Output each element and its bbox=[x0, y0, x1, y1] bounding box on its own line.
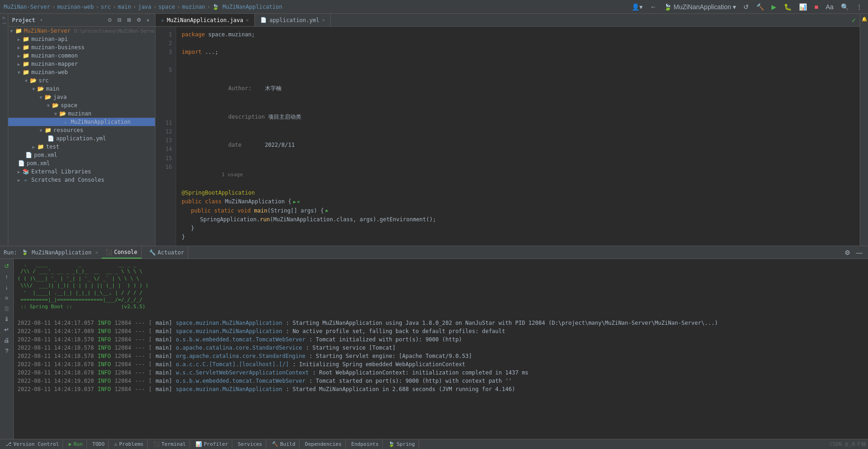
editor-area: ☕ MuZiNanApplication.java ✕ 📄 applicatio… bbox=[155, 14, 860, 246]
search-everywhere-button[interactable]: 🔍 bbox=[839, 2, 851, 12]
breadcrumb-app[interactable]: 🍃 MuZiNanApplication bbox=[212, 4, 282, 10]
help-console-button[interactable]: ? bbox=[4, 346, 9, 355]
tree-muzinan-web[interactable]: ▼ 📁 muzinan-web bbox=[8, 68, 155, 76]
main-area: P L Project ▾ ⊙ ⊟ ⊞ ⚙ × ▼ 📁 MuZiNan-Serv… bbox=[0, 14, 868, 246]
run-app-name: MuZiNanApplication bbox=[32, 249, 92, 256]
breadcrumb-space[interactable]: space bbox=[158, 4, 175, 10]
scroll-up-button[interactable]: ↑ bbox=[4, 272, 9, 281]
code-content[interactable]: package space.muzinan; import ...; Auth bbox=[176, 27, 860, 246]
run-settings-button[interactable]: ⚙ bbox=[843, 248, 852, 257]
tree-external-libs[interactable]: ▶ 📚 External Libraries bbox=[8, 167, 155, 176]
tree-src[interactable]: ▼ 📂 src bbox=[8, 76, 155, 85]
bottom-tab-dependencies[interactable]: Dependencies bbox=[301, 439, 345, 449]
bottom-tab-problems[interactable]: ⚠ Problems bbox=[110, 439, 148, 449]
run-tab-actuator[interactable]: 🔧 Actuator bbox=[145, 246, 189, 259]
code-usage: 1 usage bbox=[182, 160, 854, 189]
breadcrumb-src[interactable]: src bbox=[101, 4, 111, 10]
checkmark-icon: ✓ bbox=[851, 16, 856, 24]
coverage-button[interactable]: 📊 bbox=[797, 2, 809, 12]
breadcrumb-server[interactable]: MuZiNan-Server bbox=[4, 4, 50, 10]
right-icons: 🔔 bbox=[860, 14, 868, 246]
bottom-tab-terminal[interactable]: ⬛ Terminal bbox=[149, 439, 190, 449]
scroll-lock-button[interactable]: ⇓ bbox=[3, 315, 10, 323]
breadcrumb-web[interactable]: muzinan-web bbox=[57, 4, 93, 10]
leetcode-icon[interactable]: L bbox=[1, 21, 7, 25]
soft-wrap-button[interactable]: ↵ bbox=[3, 325, 10, 334]
run-close-icon[interactable]: ✕ bbox=[95, 250, 98, 255]
tree-muzinan-business[interactable]: ▶ 📁 muzinan-business bbox=[8, 43, 155, 52]
breadcrumb-muzinan[interactable]: muzinan bbox=[182, 4, 206, 10]
log-line-9: 2022-08-11 14:24:19.037 INFO 12084 --- [… bbox=[17, 385, 864, 393]
code-line-12: public class MuZiNanApplication { ▶ ≡ bbox=[182, 197, 854, 206]
project-icon[interactable]: P bbox=[1, 16, 7, 20]
tree-root[interactable]: ▼ 📁 MuZiNan-Server D:\project\many\MuZiN… bbox=[8, 27, 155, 35]
tab-muzinan-app[interactable]: ☕ MuZiNanApplication.java ✕ bbox=[155, 14, 255, 26]
log-line-1: 2022-08-11 14:24:17.057 INFO 12084 --- [… bbox=[17, 319, 864, 327]
bottom-tab-endpoints[interactable]: Endpoints bbox=[348, 439, 383, 449]
bottom-tab-build[interactable]: 🔨 Build bbox=[268, 439, 299, 449]
code-line-3: import ...; bbox=[182, 48, 854, 57]
bottom-tab-profiler[interactable]: 📊 Profiler bbox=[192, 439, 232, 449]
breadcrumb-java[interactable]: java bbox=[138, 4, 151, 10]
console-output[interactable]: . ____ _ __ _ _ /\\ / ___'_ __ _ _(_)_ _… bbox=[14, 259, 868, 439]
build-button[interactable]: 🔨 bbox=[754, 2, 766, 12]
actuator-icon: 🔧 bbox=[149, 249, 156, 256]
scroll-down-button[interactable]: ↓ bbox=[4, 283, 9, 292]
debug-button[interactable]: 🐛 bbox=[782, 2, 793, 12]
left-sidebar-icons: P L bbox=[0, 14, 8, 246]
settings-button[interactable]: ⋮ bbox=[854, 2, 864, 12]
bottom-tab-run[interactable]: ▶ Run bbox=[65, 439, 87, 449]
bottom-tab-spring[interactable]: 🍃 Spring bbox=[385, 439, 419, 449]
clear-console-button[interactable]: 🗑 bbox=[3, 304, 11, 313]
notifications-icon[interactable]: 🔔 bbox=[860, 16, 868, 23]
tab-bar: ☕ MuZiNanApplication.java ✕ 📄 applicatio… bbox=[155, 14, 860, 27]
tree-muzinan-pkg[interactable]: ▼ 📂 muzinan bbox=[8, 109, 155, 118]
panel-close-button[interactable]: × bbox=[145, 16, 151, 24]
tab-close-app[interactable]: ✕ bbox=[246, 17, 249, 23]
breadcrumb-main[interactable]: main bbox=[118, 4, 131, 10]
run-config-dropdown[interactable]: 🍃 MuZiNanApplication ▾ bbox=[662, 2, 738, 12]
bottom-tab-services[interactable]: Services bbox=[234, 439, 266, 449]
tree-test[interactable]: ▶ 📁 test bbox=[8, 143, 155, 151]
tree-muzinan-api[interactable]: ▶ 📁 muzinan-api bbox=[8, 35, 155, 43]
rerun-button[interactable]: ↺ bbox=[3, 262, 10, 271]
tree-application-yml[interactable]: 📄 application.yml bbox=[8, 134, 155, 143]
console-icon: ⬛ bbox=[105, 249, 112, 255]
tab-close-yml[interactable]: ✕ bbox=[322, 17, 325, 23]
run-tab-console[interactable]: ⬛ Console bbox=[102, 246, 142, 259]
code-editor[interactable]: 1 2 3 5 11 12 13 14 15 16 bbox=[155, 27, 860, 246]
code-meta-date: date 2022/8/11 bbox=[182, 131, 854, 160]
stop-button[interactable]: ■ bbox=[812, 2, 820, 12]
stop-button[interactable]: ■ bbox=[4, 294, 10, 302]
profile-button[interactable]: 👤▾ bbox=[630, 2, 644, 12]
tree-pom-root[interactable]: 📄 pom.xml bbox=[8, 159, 155, 167]
run-panel-header: Run: 🍃 MuZiNanApplication ✕ ⬛ Console 🔧 … bbox=[0, 246, 868, 259]
bottom-tab-todo[interactable]: TODO bbox=[89, 439, 109, 449]
locate-file-button[interactable]: ⊙ bbox=[106, 16, 114, 24]
code-meta-desc: description 项目主启动类 bbox=[182, 103, 854, 132]
top-bar: MuZiNan-Server › muzinan-web › src › mai… bbox=[0, 0, 868, 14]
tree-muzinan-mapper[interactable]: ▶ 📁 muzinan-mapper bbox=[8, 60, 155, 68]
tab-application-yml[interactable]: 📄 application.yml ✕ bbox=[255, 14, 331, 26]
tree-muzinan-common[interactable]: ▶ 📁 muzinan-common bbox=[8, 52, 155, 60]
java-tab-icon: ☕ bbox=[161, 17, 164, 23]
print-button[interactable]: 🖨 bbox=[3, 336, 11, 345]
tree-space[interactable]: ▼ 📂 space bbox=[8, 101, 155, 109]
tree-main[interactable]: ▼ 📂 main bbox=[8, 85, 155, 93]
expand-all-button[interactable]: ⊞ bbox=[125, 16, 133, 24]
collapse-all-button[interactable]: ⊟ bbox=[115, 16, 123, 24]
run-minimize-button[interactable]: — bbox=[854, 248, 864, 257]
run-button[interactable]: ▶ bbox=[770, 2, 778, 12]
tree-resources[interactable]: ▼ 📁 resources bbox=[8, 126, 155, 134]
tree-pom-web[interactable]: 📄 pom.xml bbox=[8, 151, 155, 159]
tree-muzinan-app[interactable]: ☕ MuZiNanApplication bbox=[8, 118, 155, 126]
bottom-tab-version-control[interactable]: ⎇ Version Control bbox=[2, 439, 63, 449]
tree-java[interactable]: ▼ 📂 java bbox=[8, 93, 155, 101]
code-line-11: @SpringBootApplication bbox=[182, 189, 854, 197]
editor-wrapper: 1 2 3 5 11 12 13 14 15 16 bbox=[155, 27, 860, 246]
panel-settings-button[interactable]: ⚙ bbox=[135, 16, 143, 24]
translate-button[interactable]: Aa bbox=[824, 2, 835, 12]
refresh-button[interactable]: ↺ bbox=[742, 2, 751, 12]
tree-scratches[interactable]: ▶ ✏ Scratches and Consoles bbox=[8, 176, 155, 184]
nav-back-button[interactable]: ← bbox=[648, 2, 658, 12]
